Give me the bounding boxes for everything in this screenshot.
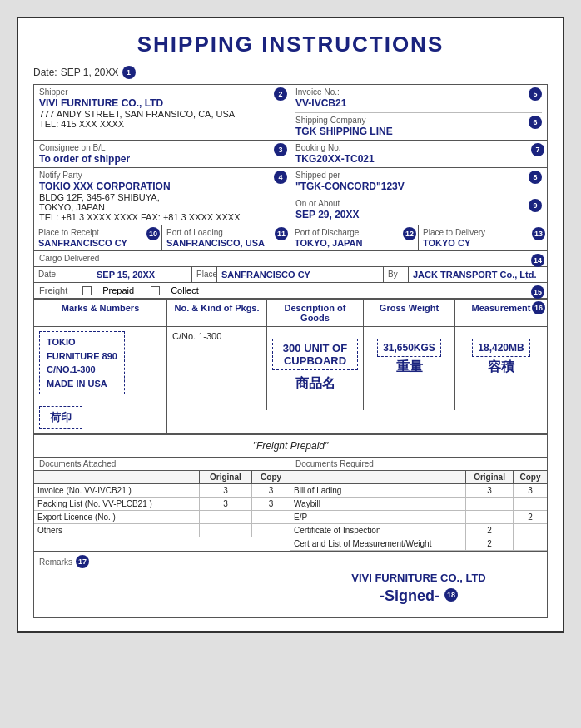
prepaid-checkbox[interactable] — [82, 286, 92, 295]
invoice-label: Invoice No.: — [295, 87, 542, 97]
notify-label: Notify Party — [39, 171, 285, 180]
docs-row-copy — [513, 498, 547, 511]
goods-annotation: 商品名 — [272, 375, 358, 393]
docs-right-name-header — [290, 471, 466, 484]
place-receipt-cell: 10 Place to Receipt SANFRANCISCO CY — [34, 225, 162, 250]
collect-label: Collect — [171, 285, 199, 295]
invoice-value: VV-IVCB21 — [295, 97, 542, 109]
on-or-about-value: SEP 29, 20XX — [295, 209, 542, 220]
badge-18: 18 — [444, 588, 458, 602]
cargo-marks-cell: TOKIOFURNITURE 890C/NO.1-300MADE IN USA … — [34, 327, 167, 433]
shipper-name: VIVI FURNITURE CO., LTD — [39, 97, 285, 109]
docs-row-copy: 3 — [252, 484, 290, 498]
consignee-value: To order of shipper — [39, 153, 285, 165]
booking-cell: 7 Booking No. TKG20XX-TC021 — [290, 141, 547, 167]
shipping-company-value: TGK SHIPPING LINE — [295, 126, 542, 137]
consignee-label: Consignee on B/L — [39, 143, 285, 152]
place-col-label: Place — [192, 267, 217, 282]
invoice-shipping-cell: 5 Invoice No.: VV-IVCB21 6 Shipping Comp… — [290, 85, 547, 140]
docs-row-copy: 2 — [513, 511, 547, 524]
docs-row-orig — [199, 511, 251, 524]
measurement-box: 18,420MB — [472, 339, 529, 357]
place-receipt-value: SANFRANCISCO CY — [38, 238, 157, 248]
freight-label: Freight — [39, 285, 67, 295]
sig-signed: -Signed- — [380, 587, 439, 605]
by-col-value: JACK TRANSPORT Co., Ltd. — [409, 267, 547, 282]
date-col-label: Date — [34, 267, 92, 282]
port-discharge-label: Port of Discharge — [295, 228, 414, 237]
collect-checkbox[interactable] — [151, 286, 160, 295]
badge-13: 13 — [532, 227, 545, 240]
table-row: Waybill — [290, 498, 547, 511]
marks-text: TOKIOFURNITURE 890C/NO.1-300MADE IN USA — [47, 337, 117, 389]
docs-left-orig-header: Original — [199, 471, 251, 484]
badge-4: 4 — [274, 171, 287, 184]
place-delivery-label: Place to Delivery — [423, 228, 543, 237]
goods-box: 300 UNIT OF CUPBOARD — [272, 339, 358, 370]
cargo-delivered-label: Cargo Delivered — [39, 254, 542, 263]
docs-right-copy-header: Copy — [513, 471, 547, 484]
measurement-annotation: 容積 — [460, 359, 542, 376]
docs-left-header: Documents Attached — [34, 458, 290, 471]
shipper-label: Shipper — [39, 87, 285, 97]
badge-16: 16 — [532, 301, 545, 314]
marks-box: TOKIOFURNITURE 890C/NO.1-300MADE IN USA — [39, 331, 125, 394]
badge-1: 1 — [122, 66, 136, 79]
docs-row-copy — [513, 537, 547, 551]
remarks-row: Remarks 17 VIVI FURNITURE CO., LTD -Sign… — [34, 551, 547, 617]
docs-row-name: Cert and List of Measurement/Weight — [290, 537, 466, 551]
badge-10: 10 — [146, 227, 160, 240]
badge-14: 14 — [531, 254, 544, 267]
table-row: Invoice (No. VV-IVCB21 ) 3 3 — [34, 484, 290, 498]
badge-2: 2 — [274, 87, 287, 101]
shipping-instructions-page: SHIPPING INSTRUCTIONS Date: SEP 1, 20XX … — [17, 17, 564, 633]
badge-15: 15 — [531, 285, 544, 299]
on-or-about-label: On or About — [295, 199, 542, 208]
by-col-label: By — [384, 267, 409, 282]
badge-3: 3 — [274, 143, 287, 156]
docs-row-orig: 3 — [199, 498, 251, 511]
port-loading-cell: 11 Port of Loading SANFRANCISCO, USA — [162, 225, 290, 250]
port-loading-label: Port of Loading — [166, 228, 286, 237]
shipped-onabout-cell: 8 Shipped per "TGK-CONCORD"123V 9 On or … — [290, 168, 547, 225]
docs-row-orig — [466, 498, 514, 511]
badge-8: 8 — [529, 171, 542, 184]
port-row: 10 Place to Receipt SANFRANCISCO CY 11 P… — [34, 225, 547, 251]
place-receipt-label: Place to Receipt — [38, 228, 157, 237]
cargo-col-measurement: Measurement 16 — [455, 300, 547, 326]
table-row: Packing List (No. VV-PLCB21 ) 3 3 — [34, 498, 290, 511]
cargo-col-desc: Description of Goods — [267, 300, 364, 326]
port-discharge-value: TOKYO, JAPAN — [295, 238, 414, 248]
cargo-weight-cell: 31,650KGS 重量 — [364, 327, 455, 410]
docs-left-table: Original Copy Invoice (No. VV-IVCB21 ) 3… — [34, 471, 290, 537]
freight-row: 15 Freight Prepaid Collect — [34, 283, 547, 299]
measurement-value: 18,420MB — [478, 342, 524, 354]
badge-7: 7 — [531, 143, 544, 156]
badge-17: 17 — [76, 555, 89, 568]
place-delivery-value: TOKYO CY — [423, 238, 543, 248]
docs-left-copy-header: Copy — [252, 471, 290, 484]
place-date-row: Date SEP 15, 20XX Place SANFRANCISCO CY … — [34, 267, 547, 283]
docs-left-name-header — [34, 471, 199, 484]
cn-value: C/No. 1-300 — [172, 331, 221, 341]
remarks-label: Remarks — [39, 557, 72, 567]
docs-row-orig: 2 — [466, 537, 514, 551]
signature-cell: VIVI FURNITURE CO., LTD -Signed- 18 — [290, 552, 547, 617]
port-discharge-cell: 12 Port of Discharge TOKYO, JAPAN — [290, 225, 419, 250]
notify-tel: TEL: +81 3 XXXX XXXX FAX: +81 3 XXXX XXX… — [39, 212, 285, 222]
shipper-invoice-row: 2 Shipper VIVI FURNITURE CO., LTD 777 AN… — [34, 85, 547, 141]
docs-right-header: Documents Required — [290, 458, 547, 471]
date-line: Date: SEP 1, 20XX 1 — [33, 66, 548, 79]
date-label: Date: — [33, 67, 57, 78]
shipper-cell: 2 Shipper VIVI FURNITURE CO., LTD 777 AN… — [34, 85, 290, 140]
port-loading-value: SANFRANCISCO, USA — [166, 238, 286, 248]
badge-12: 12 — [403, 227, 416, 240]
table-row: Bill of Lading 3 3 — [290, 484, 547, 498]
date-col-value: SEP 15, 20XX — [92, 267, 192, 282]
booking-value: TKG20XX-TC021 — [295, 153, 542, 165]
docs-row-copy — [252, 511, 290, 524]
docs-right-orig-header: Original — [466, 471, 514, 484]
cargo-table-body: TOKIOFURNITURE 890C/NO.1-300MADE IN USA … — [34, 327, 547, 434]
shipper-tel: TEL: 415 XXX XXXX — [39, 119, 285, 129]
notify-name: TOKIO XXX CORPORATION — [39, 181, 285, 192]
